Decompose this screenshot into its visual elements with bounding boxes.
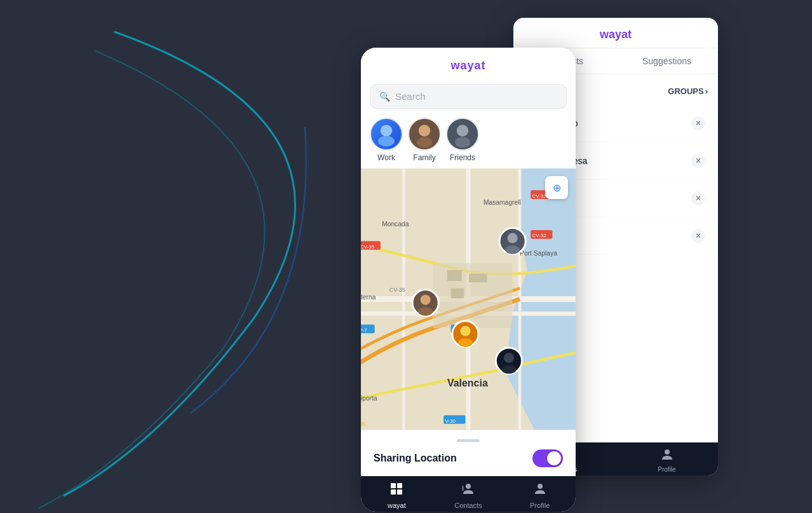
chevron-right-icon: ›: [705, 86, 708, 96]
panel-header: wayat: [513, 18, 718, 48]
svg-rect-17: [447, 270, 462, 281]
wayat-nav-icon: [389, 481, 404, 500]
svg-point-46: [418, 307, 433, 316]
contacts-nav-label: Contacts: [454, 502, 482, 509]
svg-rect-18: [469, 274, 487, 283]
search-bar[interactable]: 🔍 Search: [370, 84, 567, 109]
phone-left-panel: wayat 🔍 Search Work: [361, 48, 576, 512]
location-icon: ⊕: [553, 182, 561, 194]
group-tabs: Work Family Friends: [361, 114, 576, 168]
svg-text:Moncada: Moncada: [382, 221, 409, 228]
phone-bottom-nav: wayat Contacts Profile: [361, 476, 576, 512]
nav-item-contacts[interactable]: Contacts: [433, 481, 504, 509]
svg-rect-16: [433, 263, 513, 328]
group-tab-friends[interactable]: Friends: [446, 118, 479, 162]
sharing-toggle[interactable]: [532, 449, 563, 467]
svg-point-43: [505, 245, 520, 254]
family-label: Family: [413, 153, 435, 162]
group-tab-family[interactable]: Family: [408, 118, 441, 162]
groups-link[interactable]: GROUPS ›: [668, 86, 708, 96]
map-area[interactable]: Valencia Paterna Port Saplaya Paiporta M…: [361, 168, 576, 430]
svg-rect-19: [451, 288, 464, 298]
work-label: Work: [377, 153, 395, 162]
svg-point-57: [466, 484, 471, 489]
toggle-knob: [547, 451, 561, 465]
phone-logo: wayat: [450, 59, 485, 72]
friends-label: Friends: [450, 153, 475, 162]
search-placeholder: Search: [395, 91, 426, 102]
panel-profile-icon: [660, 448, 674, 465]
svg-rect-58: [462, 486, 464, 491]
svg-point-59: [538, 484, 543, 489]
bottom-sheet: Sharing Location: [361, 430, 576, 476]
svg-rect-54: [397, 483, 402, 488]
tab-suggestions[interactable]: Suggestions: [616, 48, 718, 74]
svg-rect-56: [397, 489, 402, 495]
profile-nav-label: Profile: [530, 502, 550, 509]
svg-text:V-30: V-30: [445, 418, 456, 424]
close-contact-4[interactable]: ✕: [691, 229, 705, 243]
svg-point-45: [421, 295, 431, 305]
close-contact-1[interactable]: ✕: [691, 116, 705, 130]
sharing-label: Sharing Location: [374, 453, 457, 464]
nav-item-profile[interactable]: Profile: [504, 481, 576, 509]
bottom-sheet-handle: [457, 439, 480, 442]
svg-rect-53: [391, 483, 396, 488]
svg-point-52: [502, 365, 517, 374]
family-avatar: [408, 118, 441, 151]
svg-text:Paterna: Paterna: [361, 294, 376, 301]
close-contact-2[interactable]: ✕: [691, 154, 705, 168]
svg-point-8: [455, 137, 470, 148]
svg-point-5: [417, 137, 432, 148]
svg-text:Masamagrell: Masamagrell: [484, 199, 521, 206]
svg-text:CV-35: CV-35: [389, 287, 405, 293]
svg-point-42: [508, 233, 518, 243]
svg-point-62: [665, 449, 670, 455]
nav-item-wayat[interactable]: wayat: [361, 481, 433, 509]
svg-text:Port Saplaya: Port Saplaya: [520, 250, 557, 257]
work-avatar: [370, 118, 403, 151]
location-btn[interactable]: ⊕: [545, 176, 568, 199]
svg-point-51: [504, 353, 514, 363]
svg-text:AP-7: AP-7: [361, 327, 367, 333]
search-icon: 🔍: [379, 92, 390, 102]
svg-point-1: [378, 136, 395, 147]
svg-point-7: [457, 125, 468, 136]
svg-rect-55: [391, 489, 396, 495]
svg-text:CV-36: CV-36: [361, 421, 365, 427]
svg-text:CV-32: CV-32: [532, 193, 546, 199]
panel-nav-profile[interactable]: Profile: [616, 448, 718, 473]
svg-text:Paiporta: Paiporta: [361, 395, 377, 402]
svg-point-0: [381, 125, 392, 136]
panel-logo: wayat: [600, 28, 632, 41]
svg-point-4: [419, 125, 430, 136]
svg-text:Valencia: Valencia: [447, 378, 488, 388]
profile-nav-icon: [532, 481, 548, 500]
wayat-nav-label: wayat: [388, 502, 406, 509]
svg-point-48: [460, 326, 470, 336]
svg-text:CV-35: CV-35: [361, 244, 375, 250]
svg-text:CV-32: CV-32: [532, 233, 546, 238]
close-contact-3[interactable]: ✕: [691, 191, 705, 205]
sharing-row: Sharing Location: [374, 449, 563, 467]
phone-header: wayat: [361, 48, 576, 79]
group-tab-work[interactable]: Work: [370, 118, 403, 162]
friends-avatar: [446, 118, 479, 151]
svg-point-49: [458, 338, 473, 347]
panel-profile-label: Profile: [658, 466, 675, 473]
contacts-nav-icon: [461, 481, 476, 500]
